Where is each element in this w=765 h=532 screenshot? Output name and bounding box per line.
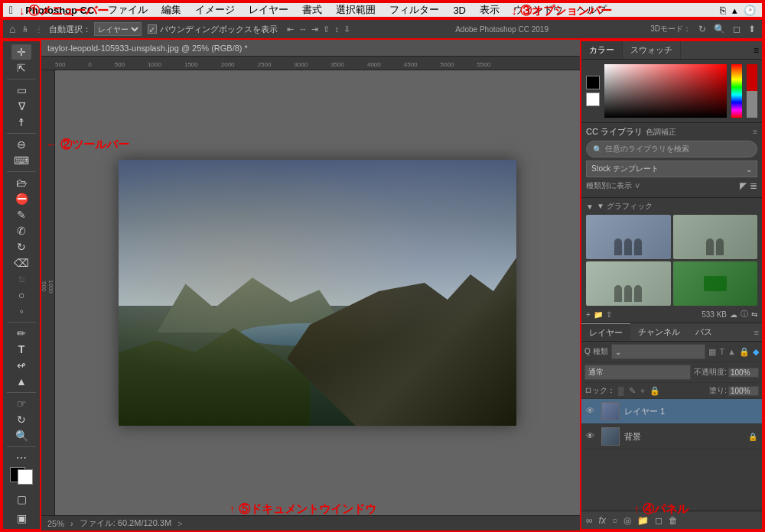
tab-paths[interactable]: パス bbox=[688, 323, 720, 341]
brush-tool[interactable]: ✎ bbox=[11, 207, 31, 222]
lock-paint-icon[interactable]: ✎ bbox=[629, 386, 636, 396]
rotate-view-tool[interactable]: ↻ bbox=[11, 412, 31, 427]
bounding-box-checkbox[interactable]: ✓ bbox=[148, 24, 157, 34]
link-icon[interactable]: ∞ bbox=[586, 515, 593, 526]
photo-canvas[interactable] bbox=[119, 160, 516, 426]
library-search[interactable]: 🔍 任意のライブラリを検索 bbox=[586, 141, 757, 157]
color-boxes[interactable] bbox=[10, 467, 33, 485]
layer-item-1[interactable]: 👁 レイヤー 1 bbox=[581, 399, 762, 424]
status-nav[interactable]: > bbox=[177, 519, 182, 528]
graphic-thumb-4[interactable] bbox=[673, 261, 758, 306]
layer-name-1[interactable]: レイヤー 1 bbox=[624, 406, 757, 417]
menu-item-edit[interactable]: 編集 bbox=[160, 3, 183, 17]
spot-heal-tool[interactable]: ⛔ bbox=[11, 191, 31, 206]
filter-pixel-icon[interactable]: ▦ bbox=[708, 347, 716, 357]
layer-visibility-bg[interactable]: 👁 bbox=[586, 431, 597, 442]
lasso-tool[interactable]: ∇ bbox=[11, 99, 31, 114]
view-label[interactable]: 種類別に表示 ∨ bbox=[586, 180, 640, 191]
menu-item-layer[interactable]: レイヤー bbox=[247, 3, 290, 17]
filter-shape-icon[interactable]: ▲ bbox=[728, 347, 736, 357]
lock-all-icon[interactable]: 🔒 bbox=[649, 386, 660, 396]
hue-strip[interactable] bbox=[731, 64, 742, 118]
upload-icon[interactable]: ⇧ bbox=[606, 310, 612, 319]
rotate-icon[interactable]: ↻ bbox=[698, 24, 706, 34]
tab-swatches[interactable]: スウォッチ bbox=[623, 41, 681, 59]
eyedropper-tool[interactable]: 🗁 bbox=[11, 175, 31, 190]
more-tools[interactable]: ⋯ bbox=[11, 450, 31, 466]
marquee-tool[interactable]: ▭ bbox=[11, 83, 31, 98]
pen-tool[interactable]: ✏ bbox=[11, 326, 31, 341]
layer-visibility-1[interactable]: 👁 bbox=[586, 406, 597, 417]
path-select-tool[interactable]: ↫ bbox=[11, 358, 31, 373]
filter-text-icon[interactable]: T bbox=[719, 347, 724, 357]
menu-item-text[interactable]: 書式 bbox=[301, 3, 324, 17]
align-center-icon[interactable]: ↔ bbox=[298, 24, 307, 34]
color-gradient-box[interactable] bbox=[604, 64, 727, 118]
fill-input[interactable] bbox=[728, 386, 759, 396]
new-color[interactable] bbox=[747, 64, 757, 91]
zoom-tool[interactable]: 🔍 bbox=[11, 428, 31, 443]
type-tool[interactable]: T bbox=[11, 342, 31, 357]
graphic-thumb-2[interactable] bbox=[673, 215, 758, 259]
graphic-expand-icon[interactable]: ▼ bbox=[586, 203, 594, 211]
color-swatch-boxes[interactable] bbox=[586, 64, 600, 118]
graphic-thumb-1[interactable] bbox=[586, 215, 671, 259]
auto-select-dropdown[interactable]: レイヤー bbox=[94, 22, 142, 36]
opacity-input[interactable] bbox=[728, 368, 759, 378]
bg-swatch[interactable] bbox=[586, 92, 600, 106]
layer-item-bg[interactable]: 👁 背景 🔒 bbox=[581, 424, 762, 449]
menu-item-view[interactable]: 表示 bbox=[478, 3, 501, 17]
adjustment-icon[interactable]: ◎ bbox=[623, 515, 631, 526]
menu-item-filter[interactable]: フィルター bbox=[388, 3, 441, 17]
filter-toggle[interactable]: ◆ bbox=[753, 347, 759, 357]
share-icon[interactable]: ⬆ bbox=[748, 24, 756, 34]
lock-position-icon[interactable]: + bbox=[640, 386, 645, 396]
slice-tool[interactable]: ⌨ bbox=[11, 153, 31, 168]
stock-dropdown[interactable]: Stock テンプレート ⌄ bbox=[586, 161, 757, 177]
fx-icon[interactable]: fx bbox=[599, 515, 606, 526]
gradient-tool[interactable]: ◾ bbox=[11, 271, 31, 287]
align-right-icon[interactable]: ⇥ bbox=[311, 24, 318, 34]
grid-view-icon[interactable]: ◤ bbox=[740, 180, 747, 191]
share-icon-graphic[interactable]: ⇆ bbox=[751, 310, 757, 319]
layers-panel-menu[interactable]: ≡ bbox=[754, 323, 762, 341]
lock-transparent-icon[interactable]: ▒ bbox=[618, 386, 624, 396]
menu-item-image[interactable]: イメージ bbox=[194, 3, 236, 17]
artboard-tool[interactable]: ⇱ bbox=[11, 60, 31, 76]
menu-item-3d[interactable]: 3D bbox=[451, 5, 467, 16]
layer-name-bg[interactable]: 背景 bbox=[624, 431, 744, 443]
clone-stamp-tool[interactable]: ✆ bbox=[11, 223, 31, 238]
screen-mode-tool[interactable]: ▣ bbox=[11, 511, 31, 526]
eraser-tool[interactable]: ⌫ bbox=[11, 255, 31, 271]
home-button[interactable]: ⌂ bbox=[9, 23, 15, 35]
quick-mask-tool[interactable]: ▢ bbox=[11, 491, 31, 507]
bounding-box-option[interactable]: ✓ バウンディングボックスを表示 bbox=[148, 24, 278, 35]
dodge-tool[interactable]: ◦ bbox=[11, 303, 31, 319]
info-icon[interactable]: ⓘ bbox=[741, 309, 748, 320]
move-tool[interactable]: ✛ bbox=[11, 44, 31, 60]
document-tab[interactable]: taylor-leopold-105933-unsplash.jpg @ 25%… bbox=[41, 40, 580, 57]
align-left-icon[interactable]: ⇤ bbox=[287, 24, 294, 34]
mask-icon[interactable]: ○ bbox=[612, 515, 617, 526]
crop-tool[interactable]: ⊖ bbox=[11, 137, 31, 152]
menu-item-select[interactable]: 選択範囲 bbox=[334, 3, 377, 17]
cc-library-menu[interactable]: ≡ bbox=[753, 128, 757, 136]
add-graphic-icon[interactable]: + bbox=[586, 310, 591, 319]
filter-lock-icon[interactable]: 🔒 bbox=[739, 347, 750, 357]
graphic-thumb-3[interactable] bbox=[586, 261, 671, 306]
window-icon[interactable]: ◻ bbox=[733, 24, 741, 34]
shape-tool[interactable]: ▲ bbox=[11, 374, 31, 389]
filter-type-dropdown[interactable]: ⌄ bbox=[611, 344, 706, 359]
blend-mode-dropdown[interactable]: 通常 bbox=[584, 365, 691, 380]
apple-logo-icon[interactable]:  bbox=[9, 4, 13, 16]
blur-tool[interactable]: ○ bbox=[11, 287, 31, 303]
tab-color[interactable]: カラー bbox=[581, 41, 623, 59]
folder-icon[interactable]: 📁 bbox=[594, 310, 603, 319]
fg-swatch[interactable] bbox=[586, 76, 600, 89]
align-mid-icon[interactable]: ↕ bbox=[334, 24, 339, 34]
search-icon[interactable]: 🔍 bbox=[714, 24, 725, 34]
panel-menu-icon[interactable]: ≡ bbox=[754, 45, 759, 56]
align-top-icon[interactable]: ⇧ bbox=[323, 24, 330, 34]
tab-channels[interactable]: チャンネル bbox=[630, 323, 688, 341]
current-color[interactable] bbox=[747, 91, 757, 118]
